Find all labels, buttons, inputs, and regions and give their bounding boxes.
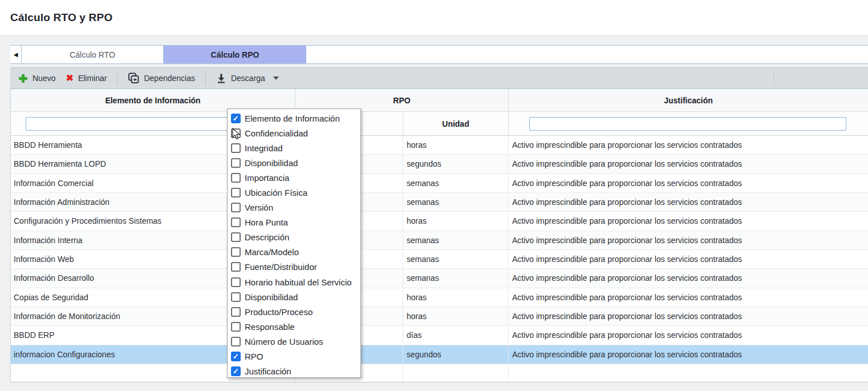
dependencias-button[interactable]: Dependencias <box>128 72 195 84</box>
descarga-button[interactable]: Descarga <box>216 73 279 83</box>
nuevo-button-label: Nuevo <box>33 74 55 83</box>
column-menu-item[interactable]: Horario habitual del Servicio <box>228 275 360 289</box>
descarga-button-label: Descarga <box>231 74 265 83</box>
table-row[interactable]: Copias de SeguridadhorasActivo imprescin… <box>11 288 868 307</box>
tab-strip: ◀ Cálculo RTO Cálculo RPO <box>10 45 868 64</box>
filter-cell-justificacion <box>509 112 868 135</box>
table-row[interactable]: BBDD HerramientahorasActivo imprescindib… <box>11 136 868 155</box>
column-menu-item[interactable]: Responsable <box>228 319 360 334</box>
table-row[interactable]: Información WebsemanasActivo imprescindi… <box>11 250 868 269</box>
column-menu-item-label: Ubicación Física <box>245 188 307 197</box>
table-row[interactable]: Información DesarrollosemanasActivo impr… <box>11 269 868 288</box>
table-row[interactable]: Configuración y Procedimientos Sistemash… <box>11 212 868 231</box>
cell-unidad: días <box>403 326 509 344</box>
column-menu-item[interactable]: Disponibilidad <box>228 155 360 170</box>
checkbox-unchecked-icon[interactable] <box>231 247 241 257</box>
column-menu-item-label: Horario habitual del Servicio <box>245 277 352 287</box>
column-menu-item-label: Fuente/Distribuidor <box>245 262 317 272</box>
table-body: BBDD HerramientahorasActivo imprescindib… <box>11 136 868 364</box>
cell-unidad: horas <box>403 288 509 307</box>
column-chooser-menu: Elemento de InformaciónConfidencialidadI… <box>227 108 361 378</box>
column-menu-item[interactable]: Versión <box>228 200 360 215</box>
column-menu-item-label: Disponibilidad <box>245 292 298 302</box>
table-header-row: Elemento de Información RPO Justificació… <box>11 89 868 112</box>
checkbox-checked-icon[interactable] <box>231 114 241 123</box>
table-row[interactable]: Información InternasemanasActivo impresc… <box>11 231 868 250</box>
checkbox-unchecked-icon[interactable] <box>231 337 241 346</box>
column-menu-item[interactable]: Número de Usuarios <box>228 334 360 349</box>
column-menu-item[interactable]: Disponibilidad <box>228 289 360 304</box>
table-row[interactable]: Información de MonitorizaciónhorasActivo… <box>11 307 868 326</box>
column-menu-item-label: Justificación <box>245 366 291 376</box>
column-menu-item[interactable]: Integridad <box>228 140 360 155</box>
cell-justificacion: Activo imprescindible para proporcionar … <box>509 193 868 211</box>
tab-scroll-left-button[interactable]: ◀ <box>10 46 22 63</box>
column-menu-item[interactable]: Ubicación Física <box>228 185 360 200</box>
table-row[interactable]: Información AdministraciónsemanasActivo … <box>11 193 868 212</box>
column-menu-item-label: RPO <box>245 352 263 361</box>
dependencias-button-label: Dependencias <box>144 74 195 83</box>
cell-unidad: segundos <box>403 345 509 364</box>
column-menu-item[interactable]: RPO <box>228 349 360 364</box>
cell-unidad: semanas <box>403 174 509 192</box>
eliminar-button-label: Eliminar <box>78 74 107 83</box>
table-row[interactable]: BBDD Herramienta LOPDsegundosActivo impr… <box>11 155 868 174</box>
column-menu-item[interactable]: Fuente/Distribuidor <box>228 260 360 275</box>
column-menu-item[interactable]: Confidencialidad <box>228 126 360 140</box>
justificacion-filter-input[interactable] <box>529 117 846 131</box>
column-menu-item-label: Descripción <box>245 232 289 242</box>
column-menu-item-label: Elemento de Información <box>245 114 340 123</box>
column-menu-item-label: Responsable <box>245 322 295 332</box>
checkbox-unchecked-icon[interactable] <box>231 292 241 302</box>
cell-justificacion: Activo imprescindible para proporcionar … <box>509 269 868 287</box>
checkbox-unchecked-icon[interactable] <box>231 188 241 197</box>
cell-justificacion: Activo imprescindible para proporcionar … <box>509 155 868 173</box>
checkbox-checked-icon[interactable] <box>231 366 241 376</box>
nuevo-button[interactable]: Nuevo <box>18 74 55 83</box>
tab-calculo-rto[interactable]: Cálculo RTO <box>22 46 164 63</box>
eliminar-button[interactable]: ✖ Eliminar <box>66 74 107 83</box>
rpo-table: Elemento de Información RPO Justificació… <box>10 89 868 382</box>
checkbox-unchecked-icon[interactable] <box>231 173 241 183</box>
checkbox-unchecked-icon[interactable] <box>231 232 241 242</box>
table-row[interactable]: BBDD ERPdíasActivo imprescindible para p… <box>11 326 868 345</box>
delete-x-icon: ✖ <box>66 74 73 83</box>
checkbox-unchecked-icon[interactable] <box>231 128 241 138</box>
column-menu-item[interactable]: Justificación <box>228 364 360 378</box>
column-menu-item[interactable]: Importancia <box>228 170 360 185</box>
toolbar-right-separator <box>774 71 774 87</box>
subheader-unidad: Unidad <box>403 112 509 135</box>
checkbox-unchecked-icon[interactable] <box>231 277 241 287</box>
checkbox-unchecked-icon[interactable] <box>231 143 241 153</box>
table-empty-area <box>11 364 868 382</box>
checkbox-unchecked-icon[interactable] <box>231 307 241 317</box>
cell-justificacion: Activo imprescindible para proporcionar … <box>509 231 868 249</box>
cell-justificacion: Activo imprescindible para proporcionar … <box>509 326 868 344</box>
table-row[interactable]: Información ComercialsemanasActivo impre… <box>11 174 868 193</box>
column-menu-item-label: Disponibilidad <box>245 158 298 168</box>
cell-unidad: semanas <box>403 250 509 268</box>
cell-unidad: semanas <box>403 269 509 287</box>
column-menu-item[interactable]: Elemento de Información <box>228 111 360 126</box>
tab-calculo-rpo[interactable]: Cálculo RPO <box>164 46 306 63</box>
table-filter-row: Unidad <box>11 112 868 136</box>
checkbox-unchecked-icon[interactable] <box>231 262 241 272</box>
checkbox-unchecked-icon[interactable] <box>231 322 241 332</box>
checkbox-unchecked-icon[interactable] <box>231 217 241 227</box>
table-row[interactable]: informacion ConfiguracionessegundosActiv… <box>11 345 868 364</box>
checkbox-unchecked-icon[interactable] <box>231 203 241 212</box>
left-triangle-icon: ◀ <box>14 51 18 58</box>
chevron-down-icon <box>273 76 279 80</box>
checkbox-unchecked-icon[interactable] <box>231 158 241 168</box>
dependencies-icon <box>128 72 139 84</box>
toolbar-separator <box>205 71 206 86</box>
column-menu-item[interactable]: Marca/Modelo <box>228 245 360 260</box>
column-menu-item-label: Importancia <box>245 173 289 183</box>
checkbox-checked-icon[interactable] <box>231 352 241 361</box>
cell-unidad: horas <box>403 136 509 154</box>
column-menu-item[interactable]: Producto/Proceso <box>228 304 360 319</box>
column-header-justificacion[interactable]: Justificación <box>509 89 868 111</box>
column-menu-item-label: Versión <box>245 203 273 212</box>
column-menu-item[interactable]: Descripción <box>228 230 360 245</box>
column-menu-item[interactable]: Hora Punta <box>228 215 360 230</box>
